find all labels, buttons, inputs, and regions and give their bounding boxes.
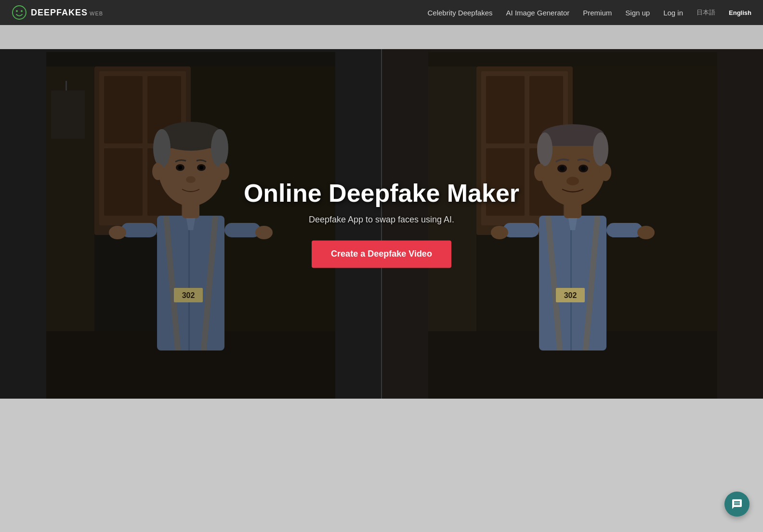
svg-point-2 <box>21 10 23 12</box>
chat-icon <box>731 498 743 510</box>
chat-button[interactable] <box>724 492 750 517</box>
navbar: DEEPFAKES WEB Celebrity Deepfakes AI Ima… <box>0 0 763 25</box>
nav-celebrity-deepfakes[interactable]: Celebrity Deepfakes <box>427 9 492 17</box>
create-deepfake-button[interactable]: Create a Deepfake Video <box>312 241 451 268</box>
brand-icon <box>12 5 27 20</box>
nav-ai-image-generator[interactable]: AI Image Generator <box>506 9 570 17</box>
brand-logo-link[interactable]: DEEPFAKES WEB <box>12 5 103 20</box>
svg-point-0 <box>13 6 26 19</box>
nav-log-in[interactable]: Log in <box>663 9 683 17</box>
bottom-area <box>0 399 763 532</box>
nav-lang-en[interactable]: English <box>729 9 751 16</box>
gray-bar <box>0 25 763 49</box>
nav-premium[interactable]: Premium <box>583 9 612 17</box>
brand-name-deepfakes: DEEPFAKES <box>31 8 88 18</box>
hero-title: Online Deepfake Maker <box>237 180 526 207</box>
hero-content: Online Deepfake Maker Deepfake App to sw… <box>237 180 526 268</box>
hero-subtitle: Deepfake App to swap faces using AI. <box>237 215 526 225</box>
svg-point-1 <box>16 10 18 12</box>
hero-section: 302 <box>0 49 763 399</box>
brand-name-web: WEB <box>90 11 103 16</box>
nav-lang-ja[interactable]: 日本語 <box>697 8 715 17</box>
nav-sign-up[interactable]: Sign up <box>625 9 650 17</box>
nav-links: Celebrity Deepfakes AI Image Generator P… <box>427 8 751 17</box>
